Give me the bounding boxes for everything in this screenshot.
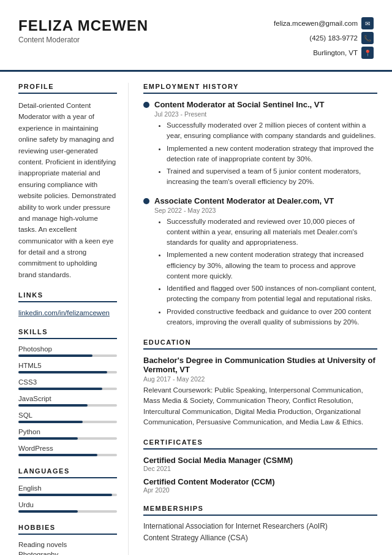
languages-section-title: LANGUAGES	[18, 467, 117, 478]
job-dot	[143, 102, 149, 108]
skill-item: Python	[18, 428, 117, 440]
location-text: Burlington, VT	[313, 49, 358, 56]
skill-bar-bg	[18, 404, 117, 407]
hobby-item: Photography	[18, 551, 117, 555]
languages-list: English Urdu	[18, 484, 117, 513]
email-text: feliza.mcewen@gmail.com	[274, 20, 358, 27]
profile-text: Detail-oriented Content Moderator with a…	[18, 100, 117, 280]
language-bar-fill	[18, 510, 78, 513]
hobbies-list: Reading novelsPhotography	[18, 541, 117, 555]
language-name: English	[18, 484, 117, 492]
skill-bar-bg	[18, 437, 117, 440]
edu-degree: Bachelor's Degree in Communication Studi…	[143, 356, 377, 374]
skills-list: Photoshop HTML5 CSS3 JavaScript SQL	[18, 345, 117, 456]
education-section-title: EDUCATION	[143, 339, 377, 350]
candidate-name: FELIZA MCEWEN	[18, 17, 148, 34]
job-header: Content Moderator at Social Sentinel Inc…	[143, 100, 377, 109]
skill-bar-bg	[18, 421, 117, 423]
job-header: Associate Content Moderator at Dealer.co…	[143, 196, 377, 205]
skill-bar-bg	[18, 388, 117, 390]
job-title: Content Moderator at Social Sentinel Inc…	[154, 100, 324, 109]
membership-item: Content Strategy Alliance (CSA)	[143, 534, 377, 542]
skill-name: SQL	[18, 411, 117, 419]
jobs-list: Content Moderator at Social Sentinel Inc…	[143, 100, 377, 327]
job-bullet: Implemented a new content moderation str…	[167, 250, 377, 281]
skill-bar-fill	[18, 437, 78, 440]
candidate-title: Content Moderator	[18, 36, 148, 44]
language-name: Urdu	[18, 501, 117, 508]
skill-bar-bg	[18, 371, 117, 373]
location-row: Burlington, VT 📍	[313, 47, 374, 59]
main-content: PROFILE Detail-oriented Content Moderato…	[0, 72, 392, 555]
edu-coursework: Relevant Coursework: Public Speaking, In…	[143, 385, 377, 427]
header-left: FELIZA MCEWEN Content Moderator	[18, 17, 148, 44]
language-bar-bg	[18, 494, 117, 496]
certificates-section-title: CERTIFICATES	[143, 438, 377, 450]
job-dates: Sep 2022 - May 2023	[154, 207, 377, 214]
email-row: feliza.mcewen@gmail.com ✉	[274, 17, 374, 29]
job-bullet: Identified and flagged over 500 instance…	[167, 283, 377, 305]
language-item: Urdu	[18, 501, 117, 513]
skill-name: JavaScript	[18, 395, 117, 402]
skill-name: Python	[18, 428, 117, 435]
skill-item: CSS3	[18, 378, 117, 390]
cert-name: Certified Social Media Manager (CSMM)	[143, 456, 377, 465]
skill-name: WordPress	[18, 445, 117, 452]
skill-item: Photoshop	[18, 345, 117, 357]
language-item: English	[18, 484, 117, 496]
skill-bar-bg	[18, 354, 117, 357]
edu-dates: Aug 2017 - May 2022	[143, 375, 377, 383]
email-icon: ✉	[361, 17, 374, 29]
cert-item: Certified Social Media Manager (CSMM) De…	[143, 456, 377, 472]
right-column: EMPLOYMENT HISTORY Content Moderator at …	[129, 83, 392, 555]
employment-section-title: EMPLOYMENT HISTORY	[143, 83, 377, 94]
cert-date: Apr 2020	[143, 486, 377, 494]
job-dot	[143, 198, 149, 204]
certs-list: Certified Social Media Manager (CSMM) De…	[143, 456, 377, 494]
job-bullet: Implemented a new content moderation str…	[167, 144, 377, 165]
skill-name: Photoshop	[18, 345, 117, 353]
location-icon: 📍	[361, 47, 374, 59]
job-bullet: Successfully moderated and reviewed over…	[167, 216, 377, 248]
hobby-item: Reading novels	[18, 541, 117, 548]
job-bullet: Provided constructive feedback and guida…	[167, 307, 377, 328]
job-entry: Associate Content Moderator at Dealer.co…	[143, 196, 377, 328]
skill-name: HTML5	[18, 362, 117, 369]
header: FELIZA MCEWEN Content Moderator feliza.m…	[0, 0, 392, 70]
job-bullets: Successfully moderated and reviewed over…	[160, 216, 377, 328]
phone-icon: 📞	[361, 32, 374, 44]
header-right: feliza.mcewen@gmail.com ✉ (425) 183-9772…	[274, 17, 374, 59]
job-bullet: Trained and supervised a team of 5 junio…	[167, 166, 377, 188]
skill-bar-fill	[18, 354, 92, 357]
skill-item: SQL	[18, 411, 117, 423]
cert-name: Certified Content Moderator (CCM)	[143, 477, 377, 486]
phone-text: (425) 183-9772	[309, 34, 358, 42]
hobbies-section-title: HOBBIES	[18, 524, 117, 535]
skill-bar-fill	[18, 421, 83, 423]
links-section-title: LINKS	[18, 291, 117, 302]
skill-bar-fill	[18, 388, 102, 390]
links-list: linkedin.com/in/felizamcewen	[18, 308, 117, 317]
job-bullets: Successfully moderated over 2 million pi…	[160, 120, 377, 188]
skill-bar-fill	[18, 404, 88, 407]
job-bullet: Successfully moderated over 2 million pi…	[167, 120, 377, 142]
link-item[interactable]: linkedin.com/in/felizamcewen	[18, 309, 110, 316]
skill-bar-bg	[18, 454, 117, 456]
job-entry: Content Moderator at Social Sentinel Inc…	[143, 100, 377, 188]
profile-section-title: PROFILE	[18, 83, 117, 94]
memberships-section-title: MEMBERSHIPS	[143, 505, 377, 516]
job-title: Associate Content Moderator at Dealer.co…	[154, 196, 334, 205]
memberships-list: International Association for Internet R…	[143, 522, 377, 542]
skill-name: CSS3	[18, 378, 117, 386]
education-entry: Bachelor's Degree in Communication Studi…	[143, 356, 377, 427]
left-column: PROFILE Detail-oriented Content Moderato…	[0, 83, 129, 555]
skill-bar-fill	[18, 371, 107, 373]
cert-item: Certified Content Moderator (CCM) Apr 20…	[143, 477, 377, 494]
job-dates: Jul 2023 - Present	[154, 110, 377, 118]
membership-item: International Association for Internet R…	[143, 522, 377, 530]
skill-bar-fill	[18, 454, 97, 456]
skill-item: WordPress	[18, 445, 117, 456]
language-bar-bg	[18, 510, 117, 513]
skills-section-title: SKILLS	[18, 328, 117, 339]
cert-date: Dec 2021	[143, 465, 377, 472]
